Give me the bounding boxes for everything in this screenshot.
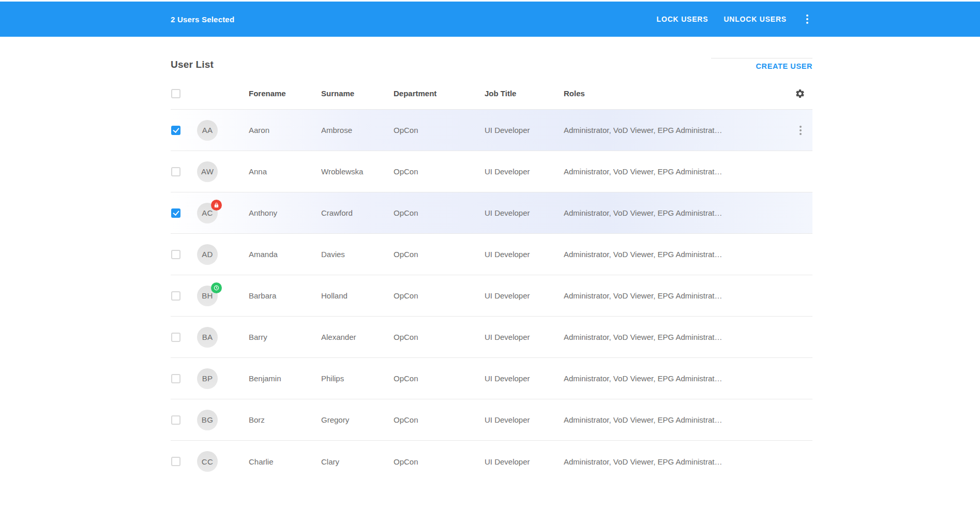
column-header-department: Department xyxy=(394,89,485,98)
table-header-row: Forename Surname Department Job Title Ro… xyxy=(171,78,812,110)
avatar: AW xyxy=(197,161,218,182)
avatar: AC xyxy=(197,203,218,223)
department-cell: OpCon xyxy=(394,126,485,135)
row-checkbox[interactable] xyxy=(171,374,180,383)
avatar-initials: CC xyxy=(202,457,213,466)
forename-cell: Amanda xyxy=(249,250,321,259)
surname-cell: Clary xyxy=(321,457,394,466)
roles-cell: Administrator, VoD Viewer, EPG Administr… xyxy=(564,291,788,300)
app-bar-inner: 2 Users Selected LOCK USERS UNLOCK USERS xyxy=(171,12,812,26)
row-checkbox[interactable] xyxy=(171,208,180,218)
table-row[interactable]: BG Borz Gregory OpCon xyxy=(171,399,812,441)
job-title-cell: UI Developer xyxy=(485,374,564,383)
surname-cell: Crawford xyxy=(321,208,394,217)
avatar: AA xyxy=(197,120,218,141)
select-all-checkbox[interactable] xyxy=(171,89,180,98)
kebab-dot xyxy=(800,126,802,128)
locked-badge xyxy=(211,200,222,211)
row-checkbox[interactable] xyxy=(171,167,180,176)
kebab-dot xyxy=(806,22,808,24)
lock-users-button[interactable]: LOCK USERS xyxy=(656,12,710,26)
forename-cell: Anthony xyxy=(249,208,321,217)
roles-cell: Administrator, VoD Viewer, EPG Administr… xyxy=(564,374,788,383)
avatar: AD xyxy=(197,244,218,265)
avatar-initials: BH xyxy=(202,291,213,300)
department-cell: OpCon xyxy=(394,291,485,300)
table-row[interactable]: BH Barbara Holland OpCon xyxy=(171,275,812,317)
avatar-initials: BA xyxy=(202,333,213,341)
pending-badge xyxy=(211,282,222,293)
forename-cell: Benjamin xyxy=(249,374,321,383)
app-bar: 2 Users Selected LOCK USERS UNLOCK USERS xyxy=(0,2,980,37)
job-title-cell: UI Developer xyxy=(485,250,564,259)
kebab-dot xyxy=(800,133,802,135)
department-cell: OpCon xyxy=(394,333,485,341)
avatar-initials: AW xyxy=(201,167,214,176)
roles-cell: Administrator, VoD Viewer, EPG Administr… xyxy=(564,333,788,341)
clock-icon xyxy=(214,285,219,291)
page-head: User List CREATE USER xyxy=(171,45,812,70)
job-title-cell: UI Developer xyxy=(485,208,564,217)
avatar: BH xyxy=(197,286,218,306)
job-title-cell: UI Developer xyxy=(485,415,564,424)
table-row[interactable]: CC Charlie Clary OpCon xyxy=(171,441,812,482)
column-header-job-title: Job Title xyxy=(485,89,564,98)
unlock-users-button[interactable]: UNLOCK USERS xyxy=(722,12,788,26)
row-checkbox[interactable] xyxy=(171,250,180,259)
app-bar-actions: LOCK USERS UNLOCK USERS xyxy=(656,12,812,26)
avatar-initials: BG xyxy=(202,415,213,424)
table-row[interactable]: AA Aaron Ambrose OpCon xyxy=(171,110,812,151)
overflow-menu-icon[interactable] xyxy=(802,12,812,26)
department-cell: OpCon xyxy=(394,374,485,383)
column-header-forename: Forename xyxy=(249,89,321,98)
table-settings-button[interactable] xyxy=(793,86,807,101)
user-list-page: User List CREATE USER Forename Surname D… xyxy=(171,45,812,482)
row-checkbox[interactable] xyxy=(171,291,180,301)
row-checkbox[interactable] xyxy=(171,415,180,425)
job-title-cell: UI Developer xyxy=(485,167,564,176)
roles-cell: Administrator, VoD Viewer, EPG Administr… xyxy=(564,415,788,424)
avatar: BP xyxy=(197,368,218,389)
gear-icon xyxy=(795,88,805,99)
page-head-actions: CREATE USER xyxy=(711,45,812,70)
row-checkbox[interactable] xyxy=(171,126,180,135)
surname-cell: Philips xyxy=(321,374,394,383)
filter-input[interactable] xyxy=(711,45,812,58)
row-checkbox[interactable] xyxy=(171,457,180,466)
forename-cell: Borz xyxy=(249,415,321,424)
department-cell: OpCon xyxy=(394,250,485,259)
department-cell: OpCon xyxy=(394,457,485,466)
roles-cell: Administrator, VoD Viewer, EPG Administr… xyxy=(564,208,788,217)
forename-cell: Barbara xyxy=(249,291,321,300)
table-row[interactable]: BP Benjamin Philips OpCon xyxy=(171,358,812,399)
department-cell: OpCon xyxy=(394,415,485,424)
surname-cell: Alexander xyxy=(321,333,394,341)
job-title-cell: UI Developer xyxy=(485,126,564,135)
row-checkbox[interactable] xyxy=(171,333,180,342)
job-title-cell: UI Developer xyxy=(485,291,564,300)
surname-cell: Davies xyxy=(321,250,394,259)
avatar: BG xyxy=(197,410,218,430)
job-title-cell: UI Developer xyxy=(485,457,564,466)
kebab-dot xyxy=(800,129,802,131)
create-user-link[interactable]: CREATE USER xyxy=(756,62,812,70)
column-header-roles: Roles xyxy=(564,89,788,98)
roles-cell: Administrator, VoD Viewer, EPG Administr… xyxy=(564,250,788,259)
table-row[interactable]: AC Anthony Crawford OpCon xyxy=(171,192,812,234)
surname-cell: Holland xyxy=(321,291,394,300)
table-row[interactable]: AD Amanda Davies OpCon xyxy=(171,234,812,275)
department-cell: OpCon xyxy=(394,208,485,217)
column-header-surname: Surname xyxy=(321,89,394,98)
avatar: BA xyxy=(197,327,218,348)
lock-icon xyxy=(214,202,219,208)
avatar-initials: AC xyxy=(202,208,213,217)
kebab-dot xyxy=(806,14,808,17)
avatar: CC xyxy=(197,451,218,472)
table-row[interactable]: BA Barry Alexander OpCon xyxy=(171,317,812,358)
forename-cell: Anna xyxy=(249,167,321,176)
table-row[interactable]: AW Anna Wroblewska OpCon xyxy=(171,151,812,192)
avatar-initials: BP xyxy=(202,374,213,383)
department-cell: OpCon xyxy=(394,167,485,176)
row-menu-icon[interactable] xyxy=(795,124,806,137)
forename-cell: Barry xyxy=(249,333,321,341)
